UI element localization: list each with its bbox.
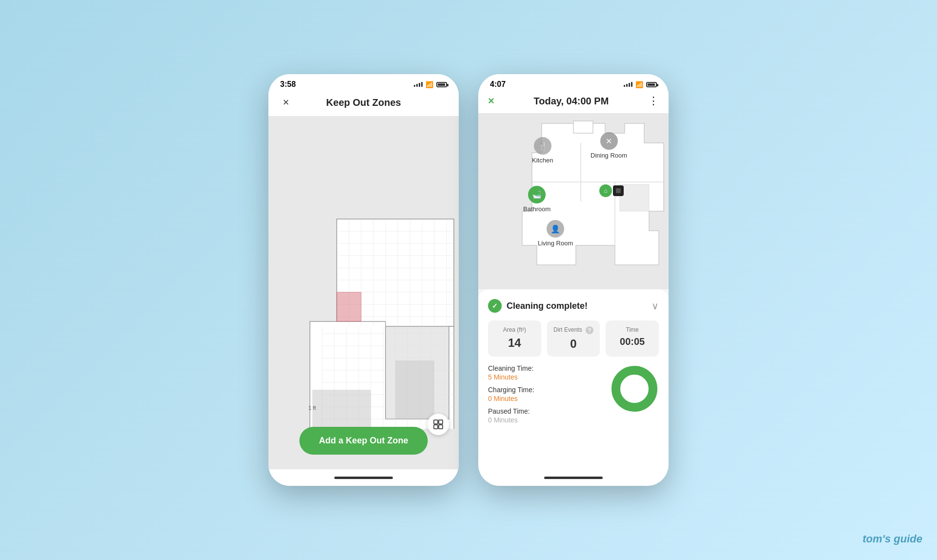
home-indicator-right <box>544 477 603 479</box>
close-button[interactable]: × <box>278 95 294 110</box>
donut-svg <box>610 364 659 413</box>
cleaning-summary: ✓ Cleaning complete! ∨ Area (ft²) 14 Dir… <box>478 289 669 469</box>
svg-rect-43 <box>434 425 438 429</box>
page-title-left: Keep Out Zones <box>326 97 401 108</box>
living-icon: 👤 <box>547 220 564 238</box>
wifi-icon: 📶 <box>426 81 433 88</box>
kitchen-label: Kitchen <box>532 157 553 164</box>
dining-label: Dining Room <box>591 152 627 159</box>
summary-title-text: Cleaning complete! <box>507 301 588 311</box>
summary-title-row: ✓ Cleaning complete! <box>488 299 588 313</box>
add-keep-out-zone-button[interactable]: Add a Keep Out Zone <box>299 427 428 455</box>
paused-time-label: Paused Time: <box>488 407 610 415</box>
signal-icon <box>414 82 423 87</box>
time-left: 3:58 <box>280 80 296 89</box>
area-label: Area (ft²) <box>494 326 535 333</box>
status-bar-right: 4:07 📶 <box>478 74 669 91</box>
status-icons-left: 📶 <box>414 81 447 88</box>
donut-chart <box>610 364 659 413</box>
cleaning-time-value: 5 Minutes <box>488 373 610 381</box>
charging-time-label: Charging Time: <box>488 386 610 394</box>
svg-rect-41 <box>434 420 438 424</box>
kitchen-icon: 🍴 <box>534 137 551 155</box>
room-living: 👤 Living Room <box>538 220 573 247</box>
cleaning-time-label: Cleaning Time: <box>488 364 610 372</box>
battery-icon <box>436 82 447 87</box>
scale-label: 1 ft <box>308 405 316 411</box>
svg-rect-50 <box>620 184 649 211</box>
area-stat: Area (ft²) 14 <box>488 320 541 357</box>
wifi-icon-right: 📶 <box>635 81 643 88</box>
floor-plan-svg <box>268 117 459 429</box>
signal-icon-right <box>624 82 632 87</box>
robot-position: ⌂ <box>599 184 624 197</box>
time-value: 00:05 <box>611 336 653 347</box>
time-right: 4:07 <box>490 80 506 89</box>
robot-home-icon: ⌂ <box>599 184 612 197</box>
cleaning-detail-row: Cleaning Time: 5 Minutes Charging Time: … <box>488 364 659 424</box>
dirt-label: Dirt Events ? <box>553 326 594 334</box>
more-button-right[interactable]: ⋮ <box>648 95 659 107</box>
dirt-value: 0 <box>553 337 594 351</box>
dining-icon: ✕ <box>600 132 618 150</box>
bathroom-label: Bathroom <box>523 205 550 213</box>
check-circle-icon: ✓ <box>488 299 502 313</box>
rooms-svg <box>478 114 669 289</box>
svg-point-52 <box>625 379 644 399</box>
svg-rect-39 <box>395 360 434 419</box>
area-value: 14 <box>494 336 535 350</box>
left-phone: 3:58 📶 × Keep Out Zones <box>268 74 459 486</box>
dirt-help-icon[interactable]: ? <box>586 326 593 334</box>
map-area-right: 🍴 Kitchen ✕ Dining Room 🛁 Bathroom 👤 Liv… <box>478 114 669 289</box>
dock-icon <box>613 185 624 196</box>
stats-row: Area (ft²) 14 Dirt Events ? 0 Time 00:05 <box>488 320 659 357</box>
svg-rect-42 <box>439 420 443 424</box>
status-bar-left: 3:58 📶 <box>268 74 459 91</box>
paused-time-value: 0 Minutes <box>488 416 610 424</box>
fit-button[interactable] <box>428 414 449 435</box>
close-button-right[interactable]: × <box>488 95 494 107</box>
home-bar-right <box>478 469 669 486</box>
right-phone: 4:07 📶 × Today, 04:00 PM <box>478 74 669 486</box>
charging-time-value: 0 Minutes <box>488 395 610 402</box>
collapse-button[interactable]: ∨ <box>652 300 659 312</box>
svg-rect-38 <box>312 390 371 429</box>
time-stat: Time 00:05 <box>606 320 659 357</box>
page-title-right: Today, 04:00 PM <box>534 96 609 107</box>
nav-bar-left: × Keep Out Zones <box>268 91 459 117</box>
status-icons-right: 📶 <box>624 81 657 88</box>
home-indicator-left <box>334 477 393 479</box>
bathroom-icon: 🛁 <box>528 186 546 203</box>
svg-rect-44 <box>439 425 443 429</box>
room-bathroom: 🛁 Bathroom <box>523 186 550 213</box>
map-area-left: 1 ft Add a Keep Out Zone <box>268 117 459 469</box>
summary-header: ✓ Cleaning complete! ∨ <box>488 299 659 313</box>
nav-bar-right: × Today, 04:00 PM ⋮ <box>478 91 669 114</box>
svg-rect-40 <box>337 292 361 321</box>
svg-rect-46 <box>573 121 593 133</box>
battery-icon-right <box>646 82 657 87</box>
room-kitchen: 🍴 Kitchen <box>532 137 553 164</box>
detail-left: Cleaning Time: 5 Minutes Charging Time: … <box>488 364 610 424</box>
watermark: tom's guide <box>862 533 922 545</box>
home-bar-left <box>268 469 459 486</box>
dirt-stat: Dirt Events ? 0 <box>547 320 600 357</box>
living-label: Living Room <box>538 240 573 247</box>
time-label: Time <box>611 326 653 333</box>
room-dining: ✕ Dining Room <box>591 132 627 159</box>
